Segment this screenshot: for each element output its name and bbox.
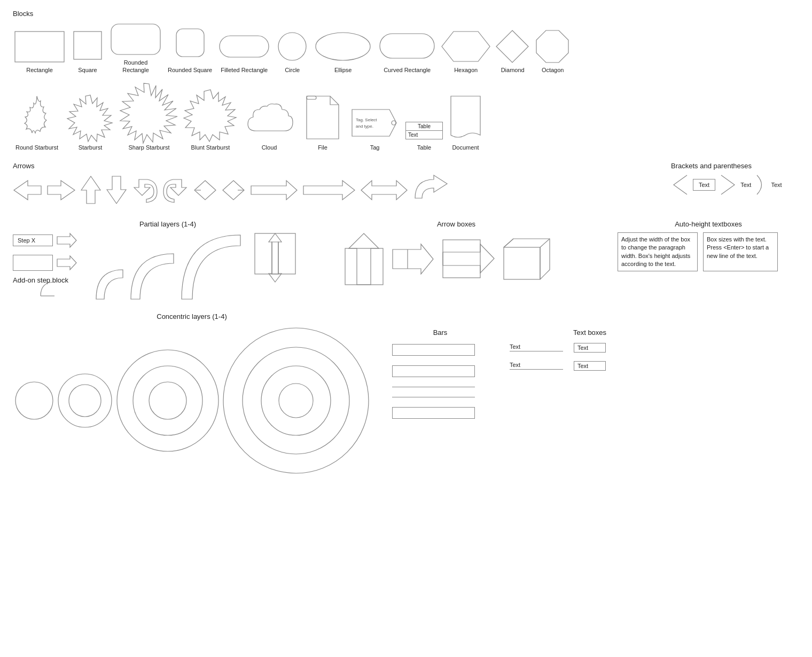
- text-border-2: Text: [574, 361, 606, 371]
- ellipse-label: Ellipse: [334, 66, 352, 74]
- arrows-section-label: Arrows: [13, 162, 634, 170]
- svg-marker-28: [361, 181, 407, 200]
- partial-layers-section: Partial layers (1-4) Step X: [13, 220, 323, 302]
- document-label: Document: [452, 144, 479, 151]
- bar-1: [392, 344, 475, 356]
- bracket-text3: Text: [771, 182, 782, 188]
- bar-3: [392, 407, 475, 419]
- filleted-rectangle-label: Filleted Rectangle: [221, 66, 268, 74]
- diamond-label: Diamond: [501, 66, 525, 74]
- concentric-3: [114, 347, 221, 454]
- svg-marker-8: [442, 32, 490, 61]
- svg-rect-3: [176, 29, 204, 57]
- svg-rect-7: [380, 34, 434, 58]
- arc-small: [93, 259, 126, 302]
- document-shape: Document: [448, 93, 483, 151]
- rounded-rectangle-label: Rounded Rectangle: [112, 59, 160, 74]
- arrow-diamond-right: [222, 179, 246, 201]
- bar-line-1: [392, 387, 475, 387]
- blocks-section-label: Blocks: [13, 10, 799, 18]
- bracket-text2: Text: [740, 182, 751, 188]
- svg-marker-27: [303, 181, 355, 200]
- bar-2: [392, 365, 475, 377]
- svg-point-46: [15, 382, 53, 419]
- arrow-boxes-label: Arrow boxes: [344, 220, 568, 228]
- bar-line-2: [392, 397, 475, 397]
- right-panels: Auto-height textboxes Adjust the width o…: [618, 220, 799, 272]
- brackets-section: Brackets and parentheses Text Text Text: [671, 162, 799, 195]
- rectangle-shape: Rectangle: [13, 29, 66, 74]
- arrow-wider-right: [302, 179, 356, 201]
- cloud-shape: Cloud: [243, 99, 296, 151]
- svg-marker-13: [184, 90, 236, 142]
- arc-large: [179, 232, 243, 302]
- arrow-boxes-inner: [254, 232, 296, 283]
- curved-rectangle-shape: Curved Rectangle: [378, 29, 436, 74]
- svg-point-53: [243, 347, 349, 454]
- rounded-rectangle-shape: Rounded Rectangle: [109, 22, 162, 74]
- file-label: File: [318, 144, 327, 151]
- middle-section: Partial layers (1-4) Step X: [13, 220, 799, 302]
- hexagon-label: Hexagon: [454, 66, 478, 74]
- svg-marker-29: [57, 233, 76, 247]
- file-shape: File: [301, 93, 344, 151]
- arrow-left: [13, 179, 42, 201]
- curved-rectangle-label: Curved Rectangle: [384, 66, 431, 74]
- svg-point-15: [392, 121, 396, 125]
- tag-shape: Tag. Select and type. Tag: [349, 104, 400, 151]
- svg-marker-12: [120, 83, 177, 143]
- svg-marker-26: [251, 181, 297, 200]
- svg-point-49: [117, 350, 218, 451]
- table-header: Table: [406, 122, 442, 131]
- arrow-curved-right: [162, 177, 189, 204]
- arrow-curved-left: [131, 177, 158, 204]
- svg-rect-35: [345, 248, 383, 285]
- auto-textbox-2: Box sizes with the text. Press <Enter> t…: [703, 232, 778, 272]
- svg-rect-39: [443, 240, 480, 278]
- tag-label: Tag: [370, 144, 380, 151]
- square-label: Square: [78, 66, 97, 74]
- ellipse-shape: Ellipse: [314, 29, 372, 74]
- table-body: Text: [406, 131, 442, 139]
- auto-height-section: Auto-height textboxes Adjust the width o…: [618, 220, 799, 272]
- octagon-label: Octagon: [542, 66, 564, 74]
- svg-marker-34: [269, 242, 282, 282]
- svg-rect-0: [15, 32, 64, 62]
- svg-line-43: [540, 239, 550, 247]
- step-arrow-1: [56, 232, 77, 248]
- bracket-text1: Text: [693, 179, 715, 191]
- octagon-shape: Octagon: [535, 29, 570, 74]
- svg-point-48: [69, 385, 101, 417]
- sharp-starburst-label: Sharp Starburst: [128, 144, 169, 151]
- filleted-rectangle-shape: Filleted Rectangle: [217, 29, 271, 74]
- auto-height-label: Auto-height textboxes: [618, 220, 799, 228]
- text-underline-1: Text: [510, 343, 563, 351]
- svg-marker-10: [536, 30, 568, 62]
- svg-rect-14: [307, 96, 316, 99]
- blocks-row1: Rectangle Square Rounded Rectangle Round…: [13, 22, 799, 74]
- partial-layers-label: Partial layers (1-4): [13, 220, 323, 228]
- starburst-shape: Starburst: [66, 93, 114, 151]
- arc-medium: [128, 248, 176, 302]
- arrow-curve-big: [412, 174, 455, 206]
- svg-line-44: [504, 239, 513, 247]
- svg-marker-19: [48, 181, 75, 200]
- rectangle-label: Rectangle: [26, 66, 53, 74]
- svg-rect-4: [220, 36, 269, 57]
- svg-text:Tag. Select: Tag. Select: [356, 118, 377, 122]
- arrow-right: [46, 179, 76, 201]
- svg-point-54: [261, 366, 331, 435]
- concentric-2: [56, 347, 114, 454]
- circle-shape: Circle: [276, 29, 308, 74]
- text-box-row-1: Text Text: [510, 343, 670, 353]
- svg-rect-41: [504, 247, 540, 279]
- svg-rect-1: [74, 32, 102, 59]
- page: Blocks Rectangle Square Rounded Rectangl…: [0, 0, 812, 485]
- arrow-boxes-section: Arrow boxes: [344, 220, 568, 286]
- svg-text:and type.: and type.: [356, 124, 373, 129]
- svg-point-52: [223, 328, 369, 473]
- hexagon-shape: Hexagon: [442, 29, 490, 74]
- svg-marker-40: [443, 244, 494, 273]
- arrow-box-1: [254, 232, 296, 283]
- arrow-up: [80, 175, 102, 205]
